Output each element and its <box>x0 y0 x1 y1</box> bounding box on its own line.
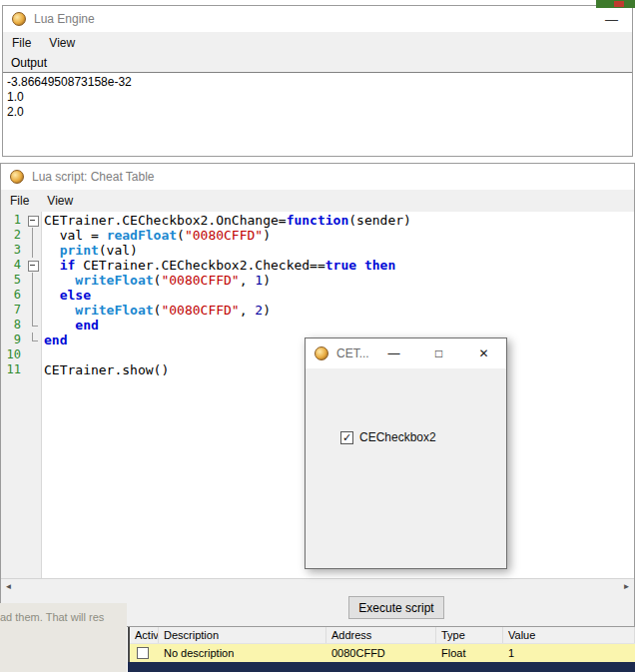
column-header-active[interactable]: Active <box>130 627 159 643</box>
cheat-engine-icon <box>315 346 328 360</box>
menu-view[interactable]: View <box>47 194 73 208</box>
column-header-type[interactable]: Type <box>436 627 503 643</box>
line-number: 4 <box>1 258 25 273</box>
address-list-header: Active Description Address Type Value <box>130 627 635 644</box>
code-line[interactable]: 6 else <box>1 288 634 303</box>
checkbox-checked-icon[interactable]: ✓ <box>340 431 353 444</box>
row-description[interactable]: No description <box>159 644 326 662</box>
line-number: 7 <box>1 303 25 318</box>
line-number: 9 <box>1 333 25 347</box>
trainer-body: ✓ CECheckbox2 <box>306 368 506 568</box>
output-line: 1.0 <box>7 90 628 105</box>
fold-margin <box>25 303 41 318</box>
code-text: CETrainer.show() <box>41 362 169 377</box>
lua-engine-window: Lua Engine — File View Output -3.8664950… <box>2 5 633 157</box>
fold-margin <box>25 333 41 347</box>
lua-engine-titlebar[interactable]: Lua Engine — <box>3 6 632 32</box>
trainer-titlebar[interactable]: CET... — □ ✕ <box>306 338 506 368</box>
menu-file[interactable]: File <box>10 194 29 208</box>
output-line: -3.8664950873158e-32 <box>7 75 628 90</box>
execute-script-button[interactable]: Execute script <box>348 596 444 619</box>
code-line[interactable]: 7 writeFloat("0080CFFD", 2) <box>1 303 634 318</box>
line-number: 2 <box>1 228 25 243</box>
fold-margin <box>25 347 41 362</box>
code-text: val = readFloat("0080CFFD") <box>41 228 271 243</box>
line-number: 1 <box>1 213 25 228</box>
column-header-description[interactable]: Description <box>159 627 326 643</box>
row-type[interactable]: Float <box>436 644 503 662</box>
line-number: 5 <box>1 273 25 288</box>
column-header-value[interactable]: Value <box>503 627 635 643</box>
lua-script-titlebar[interactable]: Lua script: Cheat Table <box>1 164 634 190</box>
trainer-window: CET... — □ ✕ ✓ CECheckbox2 <box>305 337 507 569</box>
table-row[interactable]: No description 0080CFFD Float 1 <box>130 644 635 662</box>
row-active-cell <box>130 644 159 662</box>
fold-margin <box>25 288 41 303</box>
cheat-engine-icon <box>12 12 26 26</box>
trainer-caption-buttons: — □ ✕ <box>371 338 506 368</box>
fold-margin <box>25 318 41 333</box>
line-number: 3 <box>1 243 25 258</box>
code-line[interactable]: 4 if CETrainer.CECheckbox2.Checked==true… <box>1 258 634 273</box>
minimize-button[interactable]: — <box>605 12 632 27</box>
scroll-right-arrow-icon[interactable]: ► <box>619 582 634 591</box>
code-line[interactable]: 3 print(val) <box>1 243 634 258</box>
code-line[interactable]: 1CETrainer.CECheckbox2.OnChange=function… <box>1 213 634 228</box>
taskbar-strip <box>128 662 635 672</box>
close-button[interactable]: ✕ <box>461 338 506 368</box>
lua-engine-menubar: File View <box>3 32 632 54</box>
menu-file[interactable]: File <box>12 36 31 50</box>
address-list: Active Description Address Type Value No… <box>128 627 635 662</box>
output-box[interactable]: -3.8664950873158e-321.02.0 <box>3 72 632 156</box>
maximize-button[interactable]: □ <box>416 338 461 368</box>
line-number: 11 <box>1 362 25 377</box>
code-text: end <box>41 333 67 347</box>
code-line[interactable]: 5 writeFloat("0080CFFD", 1) <box>1 273 634 288</box>
code-text: CETrainer.CECheckbox2.OnChange=function(… <box>41 213 411 228</box>
fold-toggle-icon[interactable] <box>25 213 41 228</box>
desktop-wallpaper-accent <box>614 1 624 7</box>
code-text: end <box>41 318 99 333</box>
row-active-checkbox[interactable] <box>137 647 149 659</box>
line-number: 8 <box>1 318 25 333</box>
fold-margin <box>25 362 41 377</box>
code-text: writeFloat("0080CFFD", 2) <box>41 303 271 318</box>
code-text: if CETrainer.CECheckbox2.Checked==true t… <box>41 258 395 273</box>
cheat-engine-icon <box>10 170 24 184</box>
fold-margin <box>25 273 41 288</box>
lua-script-menubar: File View <box>1 190 634 212</box>
code-line[interactable]: 8 end <box>1 318 634 333</box>
fold-margin <box>25 228 41 243</box>
fold-toggle-icon[interactable] <box>25 258 41 273</box>
code-text: writeFloat("0080CFFD", 1) <box>41 273 271 288</box>
output-label: Output <box>3 54 632 72</box>
lua-engine-title: Lua Engine <box>34 12 95 26</box>
scroll-left-arrow-icon[interactable]: ◄ <box>1 582 16 591</box>
code-text: else <box>41 288 91 303</box>
output-line: 2.0 <box>7 105 628 120</box>
fold-margin <box>25 243 41 258</box>
line-number: 10 <box>1 347 25 362</box>
horizontal-scrollbar[interactable]: ◄ ► <box>1 578 634 593</box>
lua-script-title: Lua script: Cheat Table <box>32 170 155 184</box>
code-text <box>41 347 44 362</box>
code-line[interactable]: 2 val = readFloat("0080CFFD") <box>1 228 634 243</box>
line-number: 6 <box>1 288 25 303</box>
desktop: Lua Engine — File View Output -3.8664950… <box>0 0 635 672</box>
row-value[interactable]: 1 <box>503 644 635 662</box>
trainer-checkbox-row[interactable]: ✓ CECheckbox2 <box>340 430 436 444</box>
trainer-title: CET... <box>336 346 369 360</box>
minimize-button[interactable]: — <box>371 338 416 368</box>
menu-view[interactable]: View <box>49 36 75 50</box>
background-hint-text: ad them. That will res <box>0 603 127 672</box>
row-address[interactable]: 0080CFFD <box>326 644 436 662</box>
column-header-address[interactable]: Address <box>326 627 436 643</box>
code-text: print(val) <box>41 243 138 258</box>
checkbox-label: CECheckbox2 <box>359 430 436 444</box>
